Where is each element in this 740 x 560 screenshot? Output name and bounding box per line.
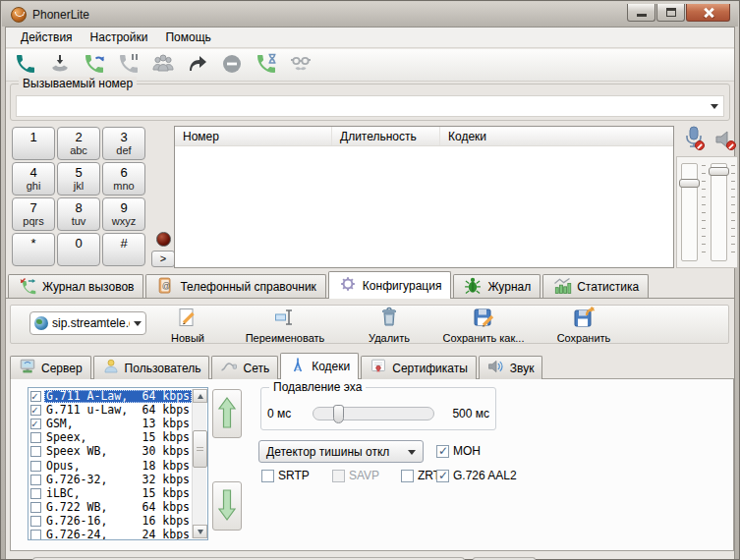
codec-checkbox[interactable]: [30, 446, 41, 457]
codec-row[interactable]: G.722 WB, 64 kbps: [29, 501, 192, 515]
maximize-button[interactable]: [656, 4, 685, 22]
dial-button[interactable]: [12, 51, 39, 79]
conference-button[interactable]: [149, 51, 177, 79]
slider-thumb[interactable]: [709, 167, 729, 176]
hold-button[interactable]: [115, 51, 142, 79]
tab-sound[interactable]: Звук: [479, 356, 543, 379]
moh-checkbox[interactable]: МОН: [436, 444, 481, 458]
dial-number-combobox[interactable]: [16, 95, 724, 117]
echo-slider-thumb[interactable]: [333, 405, 344, 423]
g726-aal2-checkbox[interactable]: G.726 AAL2: [436, 469, 517, 482]
keypad-more-button[interactable]: >: [151, 251, 175, 267]
chevron-down-icon[interactable]: [711, 104, 718, 109]
codec-row[interactable]: G.711 u-Law, 64 kbps: [29, 403, 192, 417]
codec-checkbox[interactable]: [30, 419, 41, 429]
tab-configuration[interactable]: Конфигурация: [328, 271, 452, 299]
checkbox-icon[interactable]: [436, 470, 449, 482]
profile-save-button[interactable]: Сохранить: [541, 306, 626, 343]
menu-help[interactable]: Помощь: [156, 28, 219, 46]
codec-checkbox[interactable]: [30, 475, 41, 485]
column-duration[interactable]: Длительность: [332, 127, 440, 145]
tab-user[interactable]: Пользователь: [93, 356, 210, 379]
speaker-volume-slider[interactable]: [710, 163, 735, 261]
keypad-key[interactable]: 6 mno: [102, 162, 145, 196]
codec-checkbox[interactable]: [30, 516, 41, 527]
checkbox-icon[interactable]: [401, 470, 414, 482]
close-button[interactable]: [686, 4, 730, 22]
column-codecs[interactable]: Кодеки: [440, 127, 673, 145]
call-waiting-button[interactable]: [253, 51, 280, 79]
profile-new-button[interactable]: Новый: [153, 306, 222, 343]
echo-slider[interactable]: [313, 407, 434, 420]
tab-statistics[interactable]: Статистика: [542, 274, 649, 299]
codec-checkbox[interactable]: [30, 502, 41, 513]
keypad-key[interactable]: 1: [12, 127, 55, 160]
codec-move-up-button[interactable]: [212, 389, 242, 438]
keypad-key[interactable]: 2 abc: [57, 127, 100, 160]
profile-combobox[interactable]: sip.streamtele.com: [29, 311, 146, 335]
codec-checkbox[interactable]: [30, 391, 41, 402]
checkbox-icon[interactable]: [261, 470, 274, 482]
codec-row[interactable]: G.711 A-Law, 64 kbps: [29, 389, 192, 403]
codec-list-scrollbar[interactable]: [192, 389, 206, 538]
codec-row[interactable]: G.726-24, 24 kbps: [29, 529, 192, 540]
record-indicator-icon[interactable]: [156, 232, 171, 247]
titlebar[interactable]: PhonerLite: [2, 2, 738, 27]
profile-rename-button[interactable]: Переименовать: [234, 306, 336, 343]
active-calls-list[interactable]: Номер Длительность Кодеки: [174, 126, 674, 268]
redial-button[interactable]: [81, 51, 108, 79]
answer-button[interactable]: [46, 51, 74, 79]
codec-row[interactable]: Speex, 15 kbps: [29, 431, 192, 445]
scroll-up-icon[interactable]: [193, 389, 207, 403]
codec-list[interactable]: G.711 A-Law, 64 kbps G.711 u-Law, 64 kbp…: [28, 387, 208, 540]
codec-row[interactable]: GSM, 13 kbps: [29, 417, 192, 430]
keypad-key[interactable]: 9 wxyz: [102, 197, 145, 231]
checkbox-icon[interactable]: [436, 445, 449, 458]
tab-call-log[interactable]: Журнал вызовов: [8, 274, 143, 299]
minimize-button[interactable]: [627, 4, 655, 22]
codec-row[interactable]: iLBC, 15 kbps: [29, 486, 192, 500]
srtp-checkbox[interactable]: SRTP: [261, 469, 310, 482]
forward-button[interactable]: [184, 51, 211, 79]
keypad-key[interactable]: 4 ghi: [12, 162, 55, 196]
scroll-down-icon[interactable]: [193, 525, 207, 538]
microphone-muted-icon[interactable]: [682, 126, 706, 156]
tab-certificates[interactable]: Сертификаты: [361, 356, 477, 379]
codec-row[interactable]: Speex WB, 30 kbps: [29, 445, 192, 459]
mic-volume-slider[interactable]: [680, 163, 706, 261]
menu-actions[interactable]: Действия: [12, 28, 82, 46]
codec-checkbox[interactable]: [30, 432, 41, 443]
keypad-key[interactable]: 8 tuv: [57, 197, 100, 231]
keypad-key[interactable]: 3 def: [102, 127, 145, 160]
codec-row[interactable]: Opus, 18 kbps: [29, 459, 192, 473]
tab-phonebook[interactable]: @ Телефонный справочник: [145, 274, 325, 299]
do-not-disturb-button[interactable]: [218, 51, 246, 79]
keypad-key[interactable]: 0: [57, 233, 100, 266]
keypad-key[interactable]: 7 pqrs: [12, 197, 55, 231]
scrollbar-thumb[interactable]: [193, 430, 207, 468]
chevron-down-icon[interactable]: [408, 450, 416, 455]
menu-settings[interactable]: Настройки: [82, 28, 157, 46]
codec-checkbox[interactable]: [30, 461, 41, 472]
slider-thumb[interactable]: [679, 179, 700, 188]
speaker-muted-icon[interactable]: [713, 128, 737, 154]
codec-row[interactable]: G.726-32, 32 kbps: [29, 473, 192, 486]
codec-move-down-button[interactable]: [212, 481, 242, 531]
keypad-key[interactable]: #: [102, 233, 145, 266]
tab-codecs[interactable]: Кодеки: [280, 353, 359, 379]
tab-log[interactable]: Журнал: [453, 274, 541, 299]
anonymous-button[interactable]: [287, 51, 314, 79]
codec-checkbox[interactable]: [30, 488, 41, 499]
tab-server[interactable]: Сервер: [10, 356, 91, 379]
codec-row[interactable]: G.726-16, 16 kbps: [29, 515, 192, 529]
keypad-key[interactable]: *: [12, 233, 55, 266]
column-number[interactable]: Номер: [175, 127, 332, 145]
profile-delete-button[interactable]: Удалить: [352, 306, 427, 343]
tab-network[interactable]: Сеть: [211, 356, 278, 379]
silence-detector-dropdown[interactable]: Детектор тишины откл: [258, 440, 424, 463]
codec-checkbox[interactable]: [30, 530, 41, 540]
codec-checkbox[interactable]: [30, 405, 41, 416]
profile-save-as-button[interactable]: Сохранить как...: [428, 306, 539, 343]
chevron-down-icon[interactable]: [134, 321, 142, 326]
keypad-key[interactable]: 5 jkl: [57, 162, 100, 196]
